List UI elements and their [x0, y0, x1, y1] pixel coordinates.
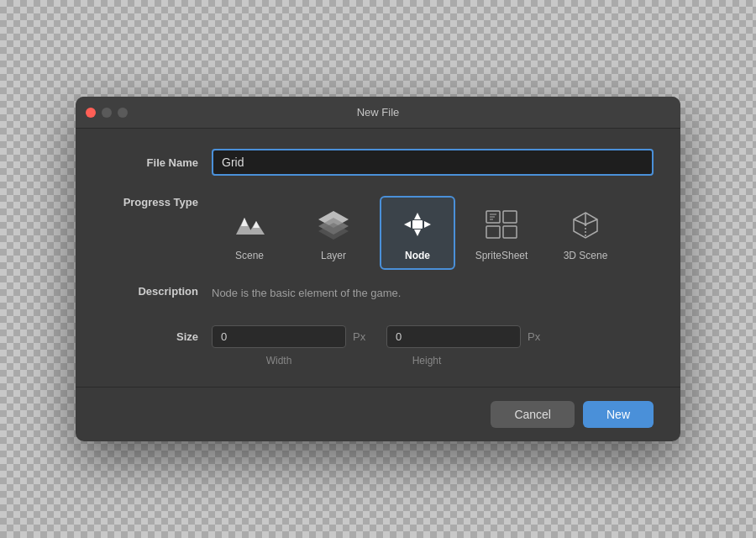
scene-icon: [229, 204, 270, 245]
node-label: Node: [405, 250, 430, 261]
type-option-scene[interactable]: Scene: [212, 196, 287, 270]
3dscene-icon: [565, 204, 606, 245]
svg-line-22: [574, 219, 585, 224]
width-unit: Px: [353, 330, 373, 343]
height-input[interactable]: [386, 325, 521, 348]
spritesheet-icon: [481, 204, 522, 245]
title-bar: New File: [76, 97, 680, 129]
window-title: New File: [357, 106, 400, 119]
size-inputs: Px Px: [212, 325, 548, 348]
size-row: Size Px Px: [102, 325, 654, 348]
scene-label: Scene: [235, 250, 264, 261]
svg-marker-7: [414, 213, 421, 219]
progress-type-row: Progress Type Scene: [102, 196, 654, 270]
svg-marker-3: [253, 221, 260, 228]
description-row: Description Node is the basic element of…: [102, 285, 654, 302]
type-option-spritesheet[interactable]: SpriteSheet: [464, 196, 539, 270]
3dscene-label: 3D Scene: [564, 250, 608, 261]
file-name-label: File Name: [102, 156, 212, 169]
size-labels-row: Width Height: [102, 355, 654, 367]
type-option-layer[interactable]: Layer: [296, 196, 371, 270]
height-label: Height: [360, 355, 494, 367]
svg-rect-15: [503, 226, 517, 238]
height-unit: Px: [528, 330, 548, 343]
close-button[interactable]: [86, 108, 96, 118]
svg-marker-10: [424, 221, 431, 228]
dialog-content: File Name Progress Type: [76, 129, 680, 367]
svg-marker-8: [414, 229, 421, 236]
svg-line-21: [585, 219, 597, 224]
dialog-window: New File File Name Progress Type: [76, 97, 680, 441]
description-text: Node is the basic element of the game.: [212, 285, 401, 302]
type-option-3dscene[interactable]: 3D Scene: [548, 196, 623, 270]
file-name-input[interactable]: [212, 149, 654, 176]
svg-rect-14: [486, 226, 500, 238]
layer-icon: [313, 204, 354, 245]
new-button[interactable]: New: [583, 401, 654, 428]
svg-point-24: [585, 224, 587, 226]
minimize-button[interactable]: [102, 108, 112, 118]
width-field-wrap: Px: [212, 325, 373, 348]
svg-rect-11: [412, 220, 423, 229]
height-field-wrap: Px: [386, 325, 548, 348]
size-labels: Width Height: [212, 355, 494, 367]
type-option-node[interactable]: Node: [380, 196, 455, 270]
layer-label: Layer: [321, 250, 346, 261]
maximize-button[interactable]: [118, 108, 128, 118]
width-label: Width: [212, 355, 346, 367]
spritesheet-label: SpriteSheet: [475, 250, 528, 261]
traffic-lights: [86, 108, 128, 118]
description-label: Description: [102, 285, 212, 298]
width-input[interactable]: [212, 325, 346, 348]
node-icon: [397, 204, 438, 245]
svg-marker-2: [241, 218, 248, 226]
cancel-button[interactable]: Cancel: [491, 401, 575, 428]
dialog-footer: Cancel New: [76, 388, 680, 441]
type-options-group: Scene Layer: [212, 196, 623, 270]
svg-marker-9: [404, 221, 411, 228]
svg-rect-13: [503, 211, 517, 223]
progress-type-label: Progress Type: [102, 196, 212, 208]
file-name-row: File Name: [102, 149, 654, 176]
size-label: Size: [102, 330, 212, 343]
